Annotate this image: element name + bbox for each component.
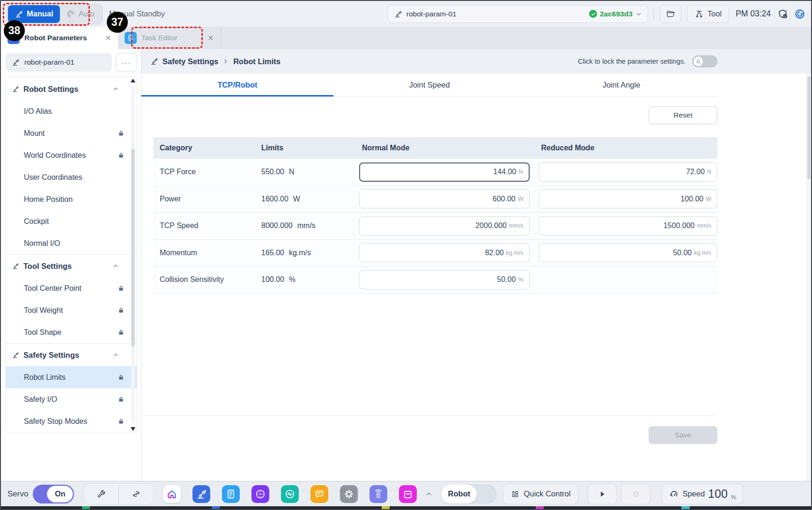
sidebar-item-user-coordinates[interactable]: User Coordinates <box>6 166 137 188</box>
reduced-mode-input[interactable]: 1500.000mm/s <box>539 216 718 236</box>
sidebar-item-tool-weight[interactable]: Tool Weight <box>6 299 137 321</box>
stop-button[interactable] <box>621 484 650 504</box>
app-store-icon[interactable] <box>399 485 417 503</box>
maintenance-button[interactable] <box>83 483 118 505</box>
normal-mode-input[interactable]: 2000.000mm/s <box>359 216 530 236</box>
robot-sim-toggle[interactable]: Robot <box>441 485 496 503</box>
reduced-mode-input[interactable]: 100.00W <box>539 189 718 208</box>
input-value: 2000.000 <box>475 222 507 230</box>
sidebar-section-tool-settings[interactable]: Tool Settings <box>6 255 137 277</box>
reset-button[interactable]: Reset <box>649 106 717 124</box>
reduced-mode-cell: 1500.000mm/s <box>539 216 718 236</box>
scrollbar-thumb[interactable] <box>807 76 811 179</box>
spacer <box>141 294 717 416</box>
sidebar-item-world-coordinates[interactable]: World Coordinates <box>6 144 137 166</box>
limit-cell: 100.00% <box>244 275 359 284</box>
param-name-input[interactable]: robot-param-01 <box>6 53 112 72</box>
safety-shield-icon[interactable] <box>777 8 789 20</box>
wrench-icon <box>96 489 106 499</box>
reduced-mode-input[interactable]: 50.00kg.m/s <box>539 243 718 262</box>
servo-toggle[interactable]: On <box>33 485 74 503</box>
scroll-down-arrow[interactable] <box>131 427 135 431</box>
category-cell: Momentum <box>153 249 244 257</box>
tool-button[interactable]: Tool <box>687 5 729 23</box>
play-button[interactable] <box>588 484 617 504</box>
scrollbar-thumb[interactable] <box>131 149 135 346</box>
open-file-button[interactable] <box>660 5 681 23</box>
tab-tcp-robot[interactable]: TCP/Robot <box>141 74 333 96</box>
more-options-button[interactable]: ··· <box>116 53 137 72</box>
breadcrumb-section[interactable]: Safety Settings <box>162 57 218 66</box>
sidebar-item-cockpit[interactable]: Cockpit <box>6 210 137 232</box>
input-unit: N <box>707 169 711 175</box>
input-value: 100.00 <box>680 195 703 203</box>
quick-control-button[interactable]: Quick Control <box>503 484 578 504</box>
sidebar-nav-list: Robot SettingsI/O AliasMountWorld Coordi… <box>6 78 137 432</box>
commit-badge: 2ac693d3 <box>589 10 642 18</box>
normal-mode-input[interactable]: 50.00% <box>359 270 530 289</box>
chevron-up-icon[interactable] <box>425 490 433 498</box>
robot-arm-icon <box>12 262 19 270</box>
app-robot-icon[interactable] <box>192 485 210 503</box>
sidebar-section-safety-settings[interactable]: Safety Settings <box>6 344 137 366</box>
close-icon[interactable] <box>105 35 111 41</box>
sidebar-item-tool-shape[interactable]: Tool Shape <box>6 321 137 343</box>
item-label: Tool Shape <box>24 328 61 337</box>
app-task-editor-icon[interactable] <box>222 485 240 503</box>
item-label: Tool Center Point <box>24 284 81 293</box>
sidebar-scrollbar[interactable] <box>131 79 135 431</box>
normal-mode-input[interactable]: 600.00W <box>359 189 530 208</box>
sidebar-item-home-position[interactable]: Home Position <box>6 188 137 210</box>
store-glyph <box>402 488 413 500</box>
tab-joint-angle[interactable]: Joint Angle <box>525 74 717 96</box>
reduced-mode-cell: 100.00W <box>539 189 718 208</box>
normal-mode-input[interactable]: 82.00kg.m/s <box>359 243 530 262</box>
sidebar-item-mount[interactable]: Mount <box>6 122 137 144</box>
param-file-name: robot-param-01 <box>406 10 457 18</box>
normal-mode-cell: 600.00W <box>359 189 539 208</box>
sidebar-section-robot-settings[interactable]: Robot Settings <box>6 78 137 100</box>
app-remote-control-icon[interactable] <box>369 485 387 503</box>
monitoring-glyph <box>284 488 295 500</box>
speed-control[interactable]: Speed 100 % <box>662 484 743 504</box>
sidebar-item-safety-i-o[interactable]: Safety I/O <box>6 388 137 410</box>
robot-arm-icon <box>394 10 402 18</box>
close-icon[interactable] <box>207 35 214 41</box>
app-settings-icon[interactable] <box>340 485 358 503</box>
param-name-value: robot-param-01 <box>24 58 74 67</box>
column-header-limits: Limits <box>244 144 359 152</box>
sync-position-button[interactable] <box>118 483 154 505</box>
scroll-up-arrow[interactable] <box>131 79 135 82</box>
section-label: Robot Settings <box>23 85 78 94</box>
param-file-selector[interactable]: robot-param-01 2ac693d3 <box>388 5 648 23</box>
tab-joint-speed[interactable]: Joint Speed <box>333 74 525 96</box>
recovery-icon[interactable] <box>794 8 805 20</box>
sidebar-item-tool-center-point[interactable]: Tool Center Point <box>6 277 137 299</box>
body: robot-param-01 ··· Robot SettingsI/O Ali… <box>1 49 811 481</box>
servo-label: Servo <box>7 489 28 499</box>
item-label: Home Position <box>24 195 73 204</box>
input-unit: kg.m/s <box>694 250 711 256</box>
bottom-bar: Servo On Robot Quick Control Speed 100 % <box>1 481 811 506</box>
app-jog-icon[interactable] <box>251 485 269 503</box>
column-header-reduced-mode: Reduced Mode <box>539 144 718 152</box>
sidebar-item-safety-stop-modes[interactable]: Safety Stop Modes <box>6 410 137 432</box>
sidebar-item-i-o-alias[interactable]: I/O Alias <box>6 100 137 122</box>
sidebar-item-robot-limits[interactable]: Robot Limits <box>6 366 137 388</box>
tab-task-editor[interactable]: Task Editor <box>118 27 221 49</box>
sidebar-item-normal-i-o[interactable]: Normal I/O <box>6 232 137 254</box>
lock-icon <box>118 329 125 336</box>
app-log-icon[interactable] <box>310 485 328 503</box>
app-home-icon[interactable] <box>163 485 181 503</box>
app-monitoring-icon[interactable] <box>281 485 299 503</box>
main-scrollbar[interactable] <box>806 74 811 481</box>
save-button[interactable]: Save <box>649 426 717 444</box>
parameter-lock-toggle[interactable] <box>692 55 717 67</box>
input-unit: mm/s <box>509 222 524 229</box>
item-label: Normal I/O <box>24 239 60 248</box>
quick-control-label: Quick Control <box>524 489 570 498</box>
auto-mode-button[interactable]: Auto <box>60 5 101 23</box>
input-value: 82.00 <box>485 249 504 257</box>
reduced-mode-input[interactable]: 72.00N <box>539 163 718 182</box>
normal-mode-input[interactable]: 144.00N <box>359 163 530 182</box>
